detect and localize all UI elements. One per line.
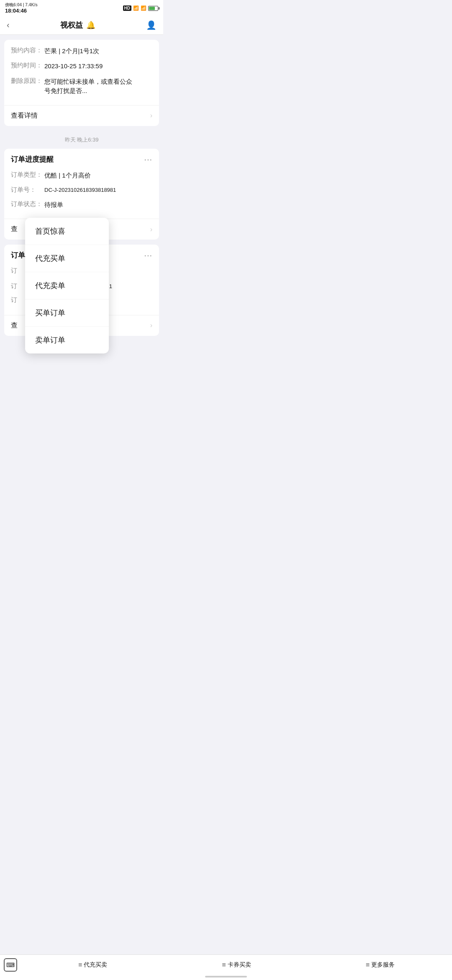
dropdown-overlay[interactable]: 首页惊喜 代充买单 代充卖单 买单订单 卖单订单 [0, 0, 163, 374]
dropdown-item-buy-order-label: 买单订单 [35, 309, 65, 317]
dropdown-item-buy[interactable]: 代充买单 [25, 245, 109, 272]
dropdown-item-sell-label: 代充卖单 [35, 281, 65, 290]
dropdown-item-buy-label: 代充买单 [35, 254, 65, 263]
dropdown-item-sell[interactable]: 代充卖单 [25, 272, 109, 299]
dropdown-item-homepage-label: 首页惊喜 [35, 227, 65, 235]
dropdown-item-sell-order[interactable]: 卖单订单 [25, 327, 109, 353]
dropdown-item-buy-order[interactable]: 买单订单 [25, 299, 109, 327]
dropdown-item-homepage[interactable]: 首页惊喜 [25, 218, 109, 245]
dropdown-item-sell-order-label: 卖单订单 [35, 336, 65, 344]
dropdown-menu: 首页惊喜 代充买单 代充卖单 买单订单 卖单订单 [25, 218, 109, 353]
